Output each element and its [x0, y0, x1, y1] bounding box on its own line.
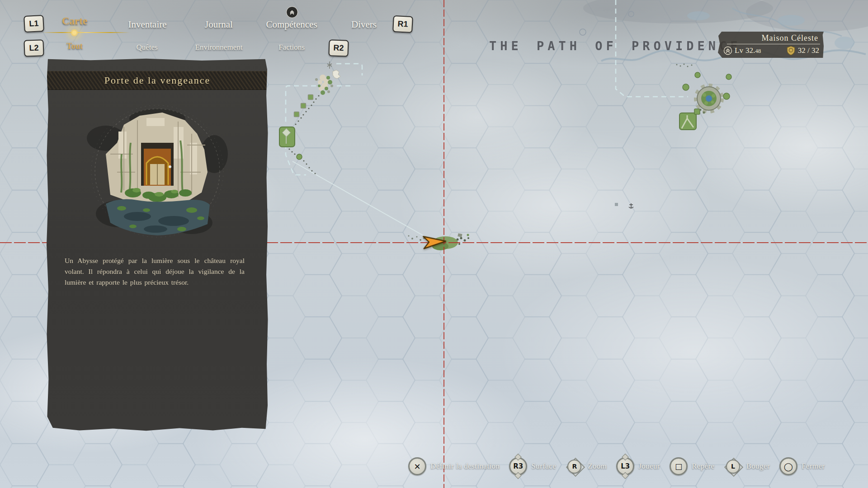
- control-label: Repère: [692, 462, 715, 471]
- level-value: 32.48: [745, 46, 761, 55]
- l2-keycap-icon: L2: [24, 39, 44, 57]
- shield-icon: [786, 46, 796, 56]
- l3-button-icon[interactable]: L3: [616, 457, 634, 475]
- tab-carte[interactable]: Carte: [62, 15, 87, 27]
- location-image: [79, 100, 236, 240]
- control-label: Bouger: [746, 462, 769, 471]
- player-arrow-icon: [422, 234, 448, 251]
- subtab-factions[interactable]: Factions: [278, 43, 305, 52]
- circle-button-icon[interactable]: ◯: [779, 457, 797, 475]
- northwest-island-chain: [279, 61, 340, 174]
- location-description: Un Abysse protégé par la lumière sous le…: [65, 255, 245, 288]
- location-info-box: Maison Céleste Lv 32.48 32 / 32: [718, 32, 824, 58]
- r1-keycap-icon: R1: [392, 15, 413, 33]
- rank-chevron-icon: [723, 46, 732, 55]
- panel-title: Porte de la vengeance: [104, 75, 210, 86]
- control-label: Définir la destination: [430, 462, 500, 471]
- r-stick-label: R: [567, 460, 581, 474]
- subtab-quetes[interactable]: Quêtes: [136, 43, 157, 52]
- r3-button-icon[interactable]: R3: [509, 457, 527, 475]
- left-stick-icon[interactable]: L: [724, 457, 742, 475]
- control-label: Joueur: [638, 462, 660, 471]
- l1-keycap-icon: L1: [24, 15, 44, 33]
- eastern-island-cluster: [676, 64, 732, 130]
- control-close[interactable]: ◯ Fermer: [779, 457, 825, 475]
- subtab-environnement[interactable]: Environnement: [195, 43, 243, 52]
- level-label: Lv: [735, 46, 743, 55]
- l-stick-label: L: [726, 460, 740, 474]
- cross-button-icon[interactable]: ✕: [408, 457, 426, 475]
- boundary-dashes: [286, 0, 688, 175]
- tab-journal[interactable]: Journal: [205, 19, 233, 30]
- world-map-screen: THE PATH OF PROVIDENCE Maison Céleste Lv…: [0, 0, 868, 488]
- control-marker[interactable]: □ Repère: [670, 457, 715, 475]
- right-stick-icon[interactable]: R: [566, 457, 584, 475]
- control-hints-bar: ✕ Définir la destination R3 Surface R Zo…: [408, 457, 825, 476]
- control-player[interactable]: L3 Joueur: [616, 457, 660, 475]
- small-markers: [615, 203, 633, 208]
- control-label: Surface: [531, 462, 556, 471]
- r2-keycap-icon: R2: [328, 39, 349, 57]
- tab-divers[interactable]: Divers: [351, 19, 377, 30]
- collected-count: 32 / 32: [798, 46, 819, 55]
- region-title: THE PATH OF PROVIDENCE: [489, 39, 741, 53]
- subtab-tout[interactable]: Tout: [66, 42, 82, 51]
- active-tab-glow-icon: [70, 28, 79, 38]
- route-line: [292, 161, 433, 241]
- level-up-badge-icon: [286, 6, 298, 18]
- square-button-icon[interactable]: □: [670, 457, 688, 475]
- control-move[interactable]: L Bouger: [724, 457, 769, 475]
- control-surface[interactable]: R3 Surface: [509, 457, 556, 475]
- tab-inventaire[interactable]: Inventaire: [128, 19, 166, 30]
- control-label: Fermer: [802, 462, 825, 471]
- tab-competences[interactable]: Compétences: [266, 19, 317, 30]
- location-stats: Lv 32.48 32 / 32: [718, 44, 824, 56]
- panel-header: Porte de la vengeance: [46, 71, 269, 90]
- active-tab-underline: [42, 32, 130, 33]
- control-label: Zoom: [588, 462, 607, 471]
- control-set-destination[interactable]: ✕ Définir la destination: [408, 457, 500, 475]
- location-name: Maison Céleste: [718, 32, 824, 43]
- control-zoom[interactable]: R Zoom: [566, 457, 607, 475]
- location-detail-panel: Porte de la vengeance: [46, 58, 269, 432]
